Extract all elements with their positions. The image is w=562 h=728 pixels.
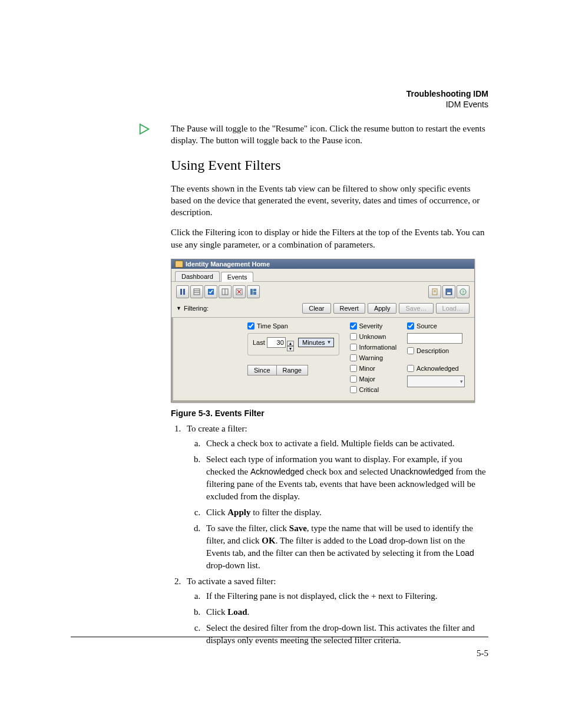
check-icon[interactable] bbox=[204, 285, 217, 298]
spinner-up-icon[interactable]: ▲ bbox=[287, 341, 294, 346]
figure-events-filter: Identity Management Home Dashboard Event… bbox=[171, 259, 475, 403]
figure-caption: Figure 5-3. Events Filter bbox=[171, 409, 488, 418]
timespan-column: Time Span Last ▲ ▼ Minutes Since Range bbox=[247, 322, 339, 393]
intro-paragraph: The Pause will toggle to the "Resume" ic… bbox=[171, 123, 488, 147]
range-button[interactable]: Range bbox=[276, 365, 308, 375]
source-checkbox[interactable]: Source bbox=[407, 322, 465, 330]
collapse-triangle-icon[interactable]: ▼ bbox=[176, 305, 181, 311]
header-title: Troubleshooting IDM bbox=[406, 88, 488, 99]
list-item: To save the filter, click Save, type the… bbox=[203, 522, 488, 572]
layout-icon[interactable] bbox=[247, 285, 260, 298]
acknowledged-select[interactable]: ▾ bbox=[407, 375, 465, 387]
list-item: Click Apply to filter the display. bbox=[203, 506, 488, 519]
description-checkbox[interactable]: Description bbox=[407, 347, 465, 354]
export-icon[interactable] bbox=[428, 285, 441, 298]
load-filter-button[interactable]: Load… bbox=[436, 303, 470, 314]
timespan-spinner[interactable]: ▲ ▼ bbox=[287, 341, 294, 351]
toolbar: ? bbox=[171, 282, 474, 302]
timespan-checkbox[interactable]: Time Span bbox=[247, 322, 339, 330]
timespan-unit-select[interactable]: Minutes bbox=[298, 338, 334, 347]
tab-dashboard[interactable]: Dashboard bbox=[175, 271, 220, 281]
list-item: To activate a saved filter: If the Filte… bbox=[183, 575, 488, 647]
filter-control-row: ▼ Filtering: Clear Revert Apply Save… Lo… bbox=[171, 302, 474, 318]
svg-rect-19 bbox=[447, 292, 451, 294]
severity-warning[interactable]: Warning bbox=[350, 354, 397, 361]
sub-list: Check a check box to activate a field. M… bbox=[187, 437, 488, 572]
spinner-down-icon[interactable]: ▼ bbox=[287, 346, 294, 351]
help-icon[interactable]: ? bbox=[457, 285, 470, 298]
svg-rect-13 bbox=[253, 289, 256, 291]
paragraph: The events shown in the Events tab view … bbox=[171, 183, 488, 219]
save-filter-button[interactable]: Save… bbox=[399, 303, 433, 314]
svg-text:?: ? bbox=[462, 289, 465, 295]
footer-rule bbox=[71, 637, 488, 637]
filtering-label[interactable]: ▼ Filtering: bbox=[176, 305, 209, 312]
delete-icon[interactable] bbox=[233, 285, 246, 298]
body-column: The Pause will toggle to the "Resume" ic… bbox=[171, 123, 488, 650]
window-title: Identity Management Home bbox=[186, 261, 270, 268]
svg-rect-2 bbox=[183, 289, 185, 295]
list-item: If the Filtering pane is not displayed, … bbox=[203, 590, 488, 602]
severity-informational[interactable]: Informational bbox=[350, 344, 397, 351]
list-item: Select each type of information you want… bbox=[203, 453, 488, 503]
last-label: Last bbox=[253, 339, 265, 346]
sub-list: If the Filtering pane is not displayed, … bbox=[187, 590, 488, 647]
document-page: Troubleshooting IDM IDM Events The Pause… bbox=[0, 0, 562, 728]
section-heading: Using Event Filters bbox=[171, 157, 488, 173]
save-icon[interactable] bbox=[442, 285, 455, 298]
page-number: 5-5 bbox=[477, 648, 488, 658]
severity-minor[interactable]: Minor bbox=[350, 365, 397, 372]
svg-rect-14 bbox=[253, 292, 256, 295]
clear-button[interactable]: Clear bbox=[302, 303, 330, 314]
toolbar-left bbox=[176, 285, 260, 298]
procedure-list: To create a filter: Check a check box to… bbox=[171, 423, 488, 647]
running-header: Troubleshooting IDM IDM Events bbox=[406, 88, 488, 110]
source-checkbox-input[interactable] bbox=[407, 322, 414, 330]
severity-checkbox-input[interactable] bbox=[350, 322, 357, 330]
acknowledged-checkbox[interactable]: Acknowledged bbox=[407, 365, 465, 372]
timespan-value-input[interactable] bbox=[267, 337, 286, 348]
timespan-fieldset: Last ▲ ▼ Minutes bbox=[247, 333, 339, 355]
since-button[interactable]: Since bbox=[247, 365, 276, 375]
severity-critical[interactable]: Critical bbox=[350, 386, 397, 393]
toolbar-right: ? bbox=[428, 285, 470, 298]
list-item: To create a filter: Check a check box to… bbox=[183, 423, 488, 572]
list-item: Click Load. bbox=[203, 606, 488, 618]
tab-events[interactable]: Events bbox=[221, 272, 254, 282]
svg-rect-3 bbox=[194, 289, 200, 295]
folder-icon bbox=[175, 261, 183, 268]
severity-unknown[interactable]: Unknown bbox=[350, 333, 397, 340]
list-item: Check a check box to activate a field. M… bbox=[203, 437, 488, 450]
svg-marker-0 bbox=[140, 124, 149, 134]
grid-icon[interactable] bbox=[190, 285, 203, 298]
severity-major[interactable]: Major bbox=[350, 375, 397, 383]
filter-body: Time Span Last ▲ ▼ Minutes Since Range bbox=[171, 318, 474, 402]
source-column: Source Description Acknowledged ▾ bbox=[407, 322, 465, 393]
pause-icon[interactable] bbox=[176, 285, 189, 298]
paragraph: Click the Filtering icon to display or h… bbox=[171, 226, 488, 251]
timespan-checkbox-input[interactable] bbox=[247, 322, 254, 330]
window-titlebar: Identity Management Home bbox=[171, 259, 474, 269]
severity-column: Severity Unknown Informational Warning M… bbox=[350, 322, 397, 393]
tab-strip: Dashboard Events bbox=[171, 269, 474, 282]
header-subtitle: IDM Events bbox=[406, 99, 488, 110]
source-input[interactable] bbox=[407, 333, 462, 344]
list-item: Select the desired filter from the drop-… bbox=[203, 622, 488, 647]
svg-rect-1 bbox=[180, 289, 182, 295]
svg-rect-12 bbox=[250, 289, 253, 295]
apply-button[interactable]: Apply bbox=[368, 303, 397, 314]
revert-button[interactable]: Revert bbox=[333, 303, 365, 314]
resume-icon bbox=[138, 123, 151, 136]
table-icon[interactable] bbox=[219, 285, 232, 298]
severity-checkbox[interactable]: Severity bbox=[350, 322, 397, 330]
